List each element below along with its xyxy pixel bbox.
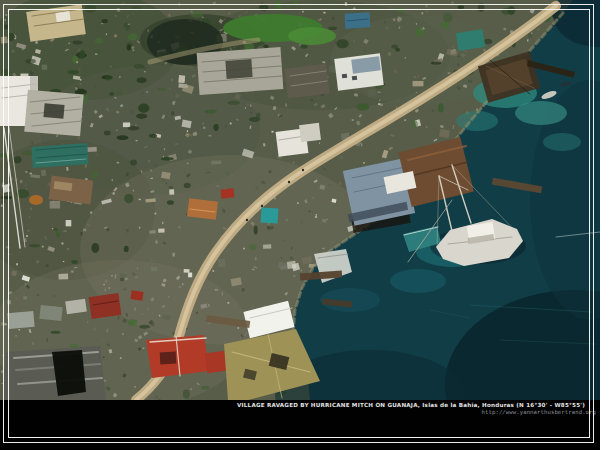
photo-credit-url: http://www.yannarthusbertrand.org xyxy=(482,409,596,416)
wallpaper: VILLAGE RAVAGED BY HURRICANE MITCH ON GU… xyxy=(0,0,600,450)
caption-bar: VILLAGE RAVAGED BY HURRICANE MITCH ON GU… xyxy=(0,400,600,450)
aerial-photo-hurricane-damage xyxy=(0,0,600,400)
